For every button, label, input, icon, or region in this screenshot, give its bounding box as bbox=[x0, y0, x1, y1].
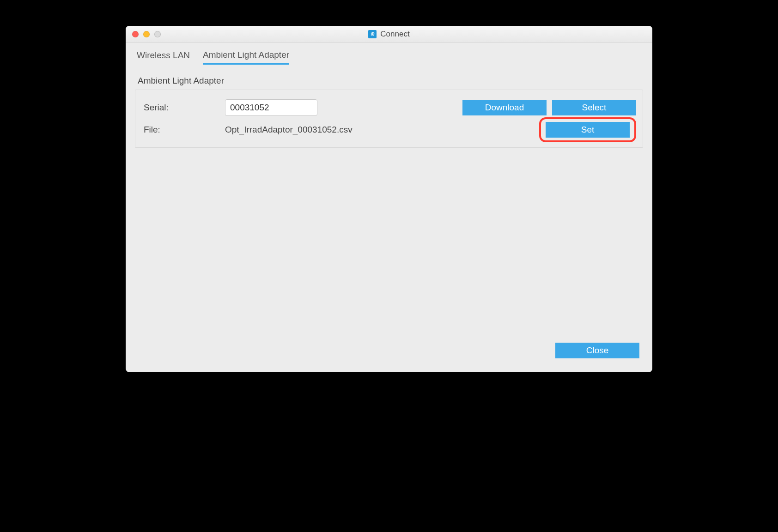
traffic-lights bbox=[126, 31, 161, 37]
tab-bar: Wireless LAN Ambient Light Adapter bbox=[126, 42, 652, 65]
content-area: Wireless LAN Ambient Light Adapter Ambie… bbox=[126, 42, 652, 372]
adapter-panel: Serial: Download Select File: Opt_IrradA… bbox=[135, 90, 643, 148]
serial-row: Serial: Download Select bbox=[142, 97, 636, 119]
minimize-window-icon[interactable] bbox=[143, 31, 150, 37]
file-value: Opt_IrradAdaptor_00031052.csv bbox=[225, 125, 539, 135]
window-title: Connect bbox=[380, 30, 409, 39]
select-button[interactable]: Select bbox=[552, 100, 636, 115]
titlebar: i0 Connect bbox=[126, 26, 652, 42]
tab-wireless-lan[interactable]: Wireless LAN bbox=[137, 50, 190, 65]
connect-window: i0 Connect Wireless LAN Ambient Light Ad… bbox=[126, 26, 652, 372]
serial-input[interactable] bbox=[225, 99, 317, 116]
serial-label: Serial: bbox=[142, 103, 225, 113]
app-icon: i0 bbox=[368, 30, 377, 38]
set-button[interactable]: Set bbox=[546, 122, 630, 138]
close-window-icon[interactable] bbox=[132, 31, 139, 37]
download-button[interactable]: Download bbox=[462, 100, 547, 115]
set-highlight: Set bbox=[539, 117, 636, 142]
section-title: Ambient Light Adapter bbox=[126, 65, 652, 90]
file-row: File: Opt_IrradAdaptor_00031052.csv Set bbox=[142, 119, 636, 141]
footer: Close bbox=[555, 343, 639, 358]
file-label: File: bbox=[142, 125, 225, 135]
close-button[interactable]: Close bbox=[555, 343, 639, 358]
window-title-area: i0 Connect bbox=[126, 30, 652, 39]
maximize-window-icon bbox=[154, 31, 161, 37]
tab-ambient-light-adapter[interactable]: Ambient Light Adapter bbox=[203, 50, 289, 65]
serial-buttons: Download Select bbox=[462, 100, 636, 115]
